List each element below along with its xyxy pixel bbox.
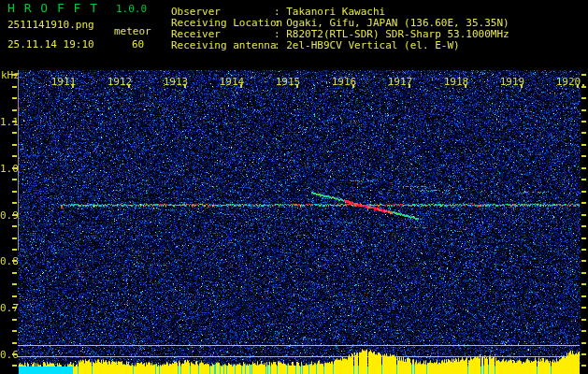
x-axis-label: 1918 — [443, 76, 469, 88]
y-axis-label: 0.6 — [0, 349, 12, 361]
x-axis-label: 1916 — [331, 76, 357, 88]
station-info: Observer: Takanori Kawachi Receiving Loc… — [171, 7, 509, 51]
x-axis-label: 1917 — [387, 76, 413, 88]
x-axis-label: 1920 — [555, 76, 581, 88]
x-axis-label: 1912 — [107, 76, 133, 88]
x-axis-label: 1914 — [219, 76, 245, 88]
interval-label: 60 — [132, 38, 144, 50]
datetime-label: 25.11.14 19:10 — [7, 38, 94, 50]
x-axis-label: 1913 — [163, 76, 189, 88]
y-axis-label: 0.9 — [0, 209, 12, 222]
info-row-antenna: Receiving antenna: 2el-HB9CV Vertical (e… — [171, 40, 509, 51]
hrofft-window: H R O F F T 1.0.0 2511141910.png meteor … — [0, 0, 588, 374]
x-axis-label: 1915 — [275, 76, 301, 88]
output-filename: 2511141910.png — [7, 19, 94, 31]
x-axis-label: 1911 — [50, 76, 77, 88]
y-axis-label: 0.7 — [0, 302, 12, 314]
y-axis-unit: kHz — [1, 69, 20, 81]
spectrogram-canvas — [0, 0, 588, 374]
app-version: 1.0.0 — [116, 3, 147, 15]
y-axis-label: 1.0 — [0, 163, 12, 175]
app-title: H R O F F T — [7, 1, 98, 15]
y-axis-label: 1.1 — [0, 116, 12, 128]
x-axis-label: 1919 — [499, 76, 525, 88]
y-axis-label: 0.8 — [0, 255, 12, 267]
mode-label: meteor — [114, 25, 151, 37]
